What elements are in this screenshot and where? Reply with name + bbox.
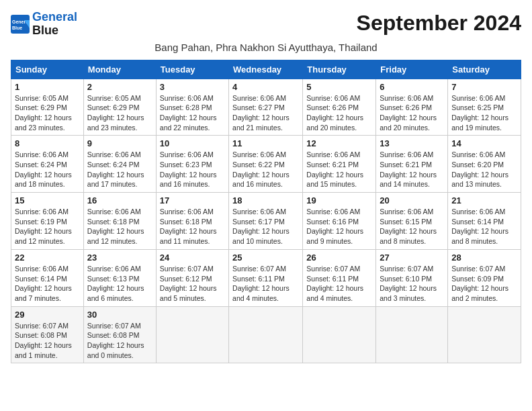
day-number: 2 bbox=[87, 82, 152, 92]
calendar-week-row: 22 Sunrise: 6:06 AMSunset: 6:14 PMDaylig… bbox=[11, 249, 521, 306]
day-number: 20 bbox=[380, 195, 444, 205]
calendar-cell: 24 Sunrise: 6:07 AMSunset: 6:12 PMDaylig… bbox=[156, 249, 228, 306]
calendar-cell: 16 Sunrise: 6:06 AMSunset: 6:18 PMDaylig… bbox=[83, 193, 156, 250]
logo-icon: General Blue bbox=[11, 15, 30, 34]
calendar-cell: 8 Sunrise: 6:06 AMSunset: 6:24 PMDayligh… bbox=[11, 136, 84, 193]
calendar-week-row: 29 Sunrise: 6:07 AMSunset: 6:08 PMDaylig… bbox=[11, 306, 521, 363]
day-number: 4 bbox=[232, 82, 299, 92]
day-info: Sunrise: 6:07 AMSunset: 6:10 PMDaylight:… bbox=[380, 264, 444, 304]
header-friday: Friday bbox=[376, 60, 448, 79]
day-info: Sunrise: 6:06 AMSunset: 6:14 PMDaylight:… bbox=[451, 207, 517, 246]
calendar-cell: 6 Sunrise: 6:06 AMSunset: 6:26 PMDayligh… bbox=[376, 79, 448, 136]
calendar-cell: 20 Sunrise: 6:06 AMSunset: 6:15 PMDaylig… bbox=[376, 193, 448, 250]
day-number: 25 bbox=[232, 253, 299, 263]
day-number: 18 bbox=[232, 195, 299, 205]
day-info: Sunrise: 6:06 AMSunset: 6:27 PMDaylight:… bbox=[232, 93, 299, 133]
calendar-cell bbox=[156, 306, 228, 363]
day-info: Sunrise: 6:06 AMSunset: 6:18 PMDaylight:… bbox=[160, 207, 225, 246]
calendar-cell: 5 Sunrise: 6:06 AMSunset: 6:26 PMDayligh… bbox=[303, 79, 376, 136]
day-info: Sunrise: 6:07 AMSunset: 6:08 PMDaylight:… bbox=[87, 321, 152, 361]
day-number: 11 bbox=[232, 138, 299, 148]
day-number: 6 bbox=[380, 82, 444, 92]
day-number: 14 bbox=[451, 138, 517, 148]
day-number: 30 bbox=[87, 310, 152, 320]
svg-rect-0 bbox=[11, 15, 30, 34]
day-number: 13 bbox=[380, 138, 444, 148]
day-info: Sunrise: 6:06 AMSunset: 6:15 PMDaylight:… bbox=[380, 207, 444, 246]
calendar-cell: 9 Sunrise: 6:06 AMSunset: 6:24 PMDayligh… bbox=[83, 136, 156, 193]
day-number: 28 bbox=[451, 253, 517, 263]
month-title-section: September 2024 bbox=[357, 11, 521, 36]
calendar-table: Sunday Monday Tuesday Wednesday Thursday… bbox=[11, 60, 521, 364]
calendar-cell: 18 Sunrise: 6:06 AMSunset: 6:17 PMDaylig… bbox=[229, 193, 303, 250]
day-info: Sunrise: 6:06 AMSunset: 6:21 PMDaylight:… bbox=[306, 150, 372, 189]
calendar-cell bbox=[448, 306, 521, 363]
day-number: 26 bbox=[306, 253, 372, 263]
day-info: Sunrise: 6:06 AMSunset: 6:26 PMDaylight:… bbox=[306, 93, 372, 133]
day-info: Sunrise: 6:07 AMSunset: 6:12 PMDaylight:… bbox=[160, 264, 225, 304]
day-number: 9 bbox=[87, 138, 152, 148]
subtitle: Bang Pahan, Phra Nakhon Si Ayutthaya, Th… bbox=[11, 42, 521, 53]
day-info: Sunrise: 6:06 AMSunset: 6:18 PMDaylight:… bbox=[87, 207, 152, 246]
day-info: Sunrise: 6:06 AMSunset: 6:22 PMDaylight:… bbox=[232, 150, 299, 189]
calendar-cell: 1 Sunrise: 6:05 AMSunset: 6:29 PMDayligh… bbox=[11, 79, 84, 136]
day-info: Sunrise: 6:06 AMSunset: 6:25 PMDaylight:… bbox=[451, 93, 517, 133]
day-info: Sunrise: 6:06 AMSunset: 6:26 PMDaylight:… bbox=[380, 93, 444, 133]
day-info: Sunrise: 6:06 AMSunset: 6:23 PMDaylight:… bbox=[160, 150, 225, 189]
logo: General Blue General Blue bbox=[11, 11, 77, 38]
header-thursday: Thursday bbox=[303, 60, 376, 79]
calendar-cell bbox=[229, 306, 303, 363]
day-number: 8 bbox=[15, 138, 80, 148]
day-info: Sunrise: 6:06 AMSunset: 6:21 PMDaylight:… bbox=[380, 150, 444, 189]
day-info: Sunrise: 6:06 AMSunset: 6:24 PMDaylight:… bbox=[87, 150, 152, 189]
day-number: 16 bbox=[87, 195, 152, 205]
calendar-cell: 4 Sunrise: 6:06 AMSunset: 6:27 PMDayligh… bbox=[229, 79, 303, 136]
day-number: 19 bbox=[306, 195, 372, 205]
day-info: Sunrise: 6:07 AMSunset: 6:08 PMDaylight:… bbox=[15, 321, 80, 361]
day-info: Sunrise: 6:06 AMSunset: 6:24 PMDaylight:… bbox=[15, 150, 80, 189]
day-info: Sunrise: 6:06 AMSunset: 6:14 PMDaylight:… bbox=[15, 264, 80, 304]
calendar-cell: 26 Sunrise: 6:07 AMSunset: 6:11 PMDaylig… bbox=[303, 249, 376, 306]
calendar-cell: 7 Sunrise: 6:06 AMSunset: 6:25 PMDayligh… bbox=[448, 79, 521, 136]
calendar-cell: 23 Sunrise: 6:06 AMSunset: 6:13 PMDaylig… bbox=[83, 249, 156, 306]
calendar-cell: 27 Sunrise: 6:07 AMSunset: 6:10 PMDaylig… bbox=[376, 249, 448, 306]
header-sunday: Sunday bbox=[11, 60, 84, 79]
day-number: 17 bbox=[160, 195, 225, 205]
calendar-cell: 14 Sunrise: 6:06 AMSunset: 6:20 PMDaylig… bbox=[448, 136, 521, 193]
day-number: 12 bbox=[306, 138, 372, 148]
month-title: September 2024 bbox=[357, 11, 521, 36]
calendar-cell: 22 Sunrise: 6:06 AMSunset: 6:14 PMDaylig… bbox=[11, 249, 84, 306]
day-number: 21 bbox=[451, 195, 517, 205]
day-number: 15 bbox=[15, 195, 80, 205]
day-info: Sunrise: 6:05 AMSunset: 6:29 PMDaylight:… bbox=[15, 93, 80, 133]
calendar-week-row: 15 Sunrise: 6:06 AMSunset: 6:19 PMDaylig… bbox=[11, 193, 521, 250]
calendar-cell: 12 Sunrise: 6:06 AMSunset: 6:21 PMDaylig… bbox=[303, 136, 376, 193]
day-info: Sunrise: 6:06 AMSunset: 6:28 PMDaylight:… bbox=[160, 93, 225, 133]
day-number: 7 bbox=[451, 82, 517, 92]
calendar-cell bbox=[303, 306, 376, 363]
calendar-cell: 17 Sunrise: 6:06 AMSunset: 6:18 PMDaylig… bbox=[156, 193, 228, 250]
calendar-cell: 19 Sunrise: 6:06 AMSunset: 6:16 PMDaylig… bbox=[303, 193, 376, 250]
calendar-week-row: 1 Sunrise: 6:05 AMSunset: 6:29 PMDayligh… bbox=[11, 79, 521, 136]
day-info: Sunrise: 6:06 AMSunset: 6:19 PMDaylight:… bbox=[15, 207, 80, 246]
calendar-cell: 30 Sunrise: 6:07 AMSunset: 6:08 PMDaylig… bbox=[83, 306, 156, 363]
calendar-cell: 3 Sunrise: 6:06 AMSunset: 6:28 PMDayligh… bbox=[156, 79, 228, 136]
day-info: Sunrise: 6:07 AMSunset: 6:11 PMDaylight:… bbox=[232, 264, 299, 304]
header-monday: Monday bbox=[83, 60, 156, 79]
calendar-cell: 2 Sunrise: 6:05 AMSunset: 6:29 PMDayligh… bbox=[83, 79, 156, 136]
calendar-cell: 28 Sunrise: 6:07 AMSunset: 6:09 PMDaylig… bbox=[448, 249, 521, 306]
calendar-cell: 15 Sunrise: 6:06 AMSunset: 6:19 PMDaylig… bbox=[11, 193, 84, 250]
day-number: 5 bbox=[306, 82, 372, 92]
weekday-header-row: Sunday Monday Tuesday Wednesday Thursday… bbox=[11, 60, 521, 79]
calendar-cell bbox=[376, 306, 448, 363]
svg-text:Blue: Blue bbox=[12, 26, 22, 30]
day-info: Sunrise: 6:06 AMSunset: 6:13 PMDaylight:… bbox=[87, 264, 152, 304]
calendar-cell: 29 Sunrise: 6:07 AMSunset: 6:08 PMDaylig… bbox=[11, 306, 84, 363]
day-info: Sunrise: 6:07 AMSunset: 6:11 PMDaylight:… bbox=[306, 264, 372, 304]
day-info: Sunrise: 6:06 AMSunset: 6:16 PMDaylight:… bbox=[306, 207, 372, 246]
calendar-cell: 11 Sunrise: 6:06 AMSunset: 6:22 PMDaylig… bbox=[229, 136, 303, 193]
day-number: 29 bbox=[15, 310, 80, 320]
calendar-cell: 10 Sunrise: 6:06 AMSunset: 6:23 PMDaylig… bbox=[156, 136, 228, 193]
day-number: 27 bbox=[380, 253, 444, 263]
header-saturday: Saturday bbox=[448, 60, 521, 79]
